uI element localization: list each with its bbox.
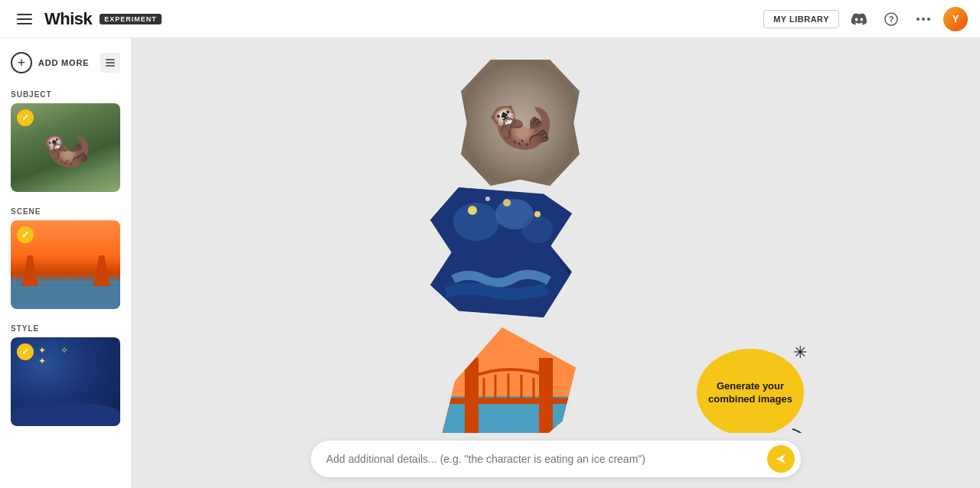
help-button[interactable]: ?: [879, 7, 903, 31]
hamburger-icon: [17, 14, 32, 24]
menu-button[interactable]: [12, 7, 37, 31]
subject-section-label: SUBJECT: [0, 84, 131, 103]
my-library-button[interactable]: MY LIBRARY: [763, 10, 839, 28]
subject-thumbnail[interactable]: ✓: [11, 103, 120, 192]
otter-shape[interactable]: [461, 60, 580, 186]
header-left: Whisk EXPERIMENT: [12, 7, 162, 31]
style-check-badge: ✓: [17, 343, 34, 360]
scene-section-label: SCENE: [0, 201, 131, 220]
more-options-button[interactable]: [911, 7, 936, 31]
send-button[interactable]: [767, 445, 795, 473]
spark-icon: ✳: [793, 343, 807, 363]
add-more-button[interactable]: + ADD MORE: [0, 47, 131, 78]
bubble-shape: Generate your combined images: [697, 349, 804, 437]
app-title: Whisk: [44, 9, 92, 29]
starry-shape-image: [430, 187, 572, 317]
add-circle-icon: +: [11, 52, 32, 73]
svg-point-16: [485, 197, 490, 201]
svg-point-2: [916, 18, 920, 21]
clear-button[interactable]: [100, 53, 120, 73]
svg-point-12: [522, 216, 553, 243]
svg-rect-27: [442, 398, 576, 404]
svg-rect-6: [106, 62, 115, 63]
app-header: Whisk EXPERIMENT MY LIBRARY ? Y: [0, 0, 980, 38]
subject-check-badge: ✓: [17, 109, 34, 126]
prompt-input[interactable]: [326, 453, 767, 465]
scene-check-badge: ✓: [17, 226, 34, 243]
experiment-badge: EXPERIMENT: [100, 14, 162, 24]
starry-shape[interactable]: [430, 187, 572, 317]
scene-thumbnail[interactable]: ✓: [11, 220, 120, 309]
style-section-label: STYLE: [0, 318, 131, 337]
send-icon: [775, 453, 787, 465]
svg-point-15: [534, 211, 541, 217]
prompt-bar: [132, 433, 980, 488]
svg-point-14: [503, 199, 511, 207]
discord-button[interactable]: [847, 7, 871, 31]
svg-point-4: [927, 18, 930, 21]
style-thumbnail[interactable]: ✓: [11, 337, 120, 426]
canvas-area: Generate your combined images ✳ ✦: [132, 38, 980, 488]
svg-rect-7: [106, 65, 115, 67]
header-right: MY LIBRARY ? Y: [763, 7, 968, 31]
svg-point-3: [922, 18, 925, 21]
svg-rect-5: [106, 59, 115, 60]
sidebar: + ADD MORE SUBJECT ✓ SCENE ✓ STYLE: [0, 38, 132, 488]
prompt-input-wrapper: [311, 441, 801, 477]
avatar[interactable]: Y: [943, 7, 968, 31]
svg-point-13: [468, 206, 477, 215]
otter-shape-image: [461, 60, 580, 186]
add-more-label: ADD MORE: [38, 58, 89, 67]
main-layout: + ADD MORE SUBJECT ✓ SCENE ✓ STYLE: [0, 38, 980, 488]
generate-bubble-text: Generate your combined images: [697, 373, 804, 414]
svg-text:?: ?: [889, 15, 894, 24]
